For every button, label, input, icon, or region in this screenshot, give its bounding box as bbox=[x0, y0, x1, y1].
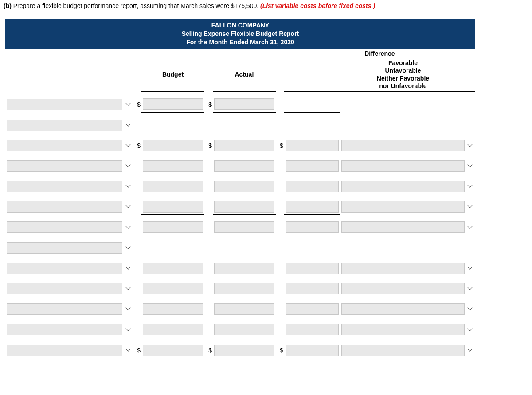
budget-input[interactable] bbox=[143, 263, 203, 274]
report-row bbox=[5, 302, 475, 317]
chevron-down-icon[interactable] bbox=[125, 244, 132, 250]
chevron-down-icon[interactable] bbox=[125, 142, 132, 148]
description-input[interactable] bbox=[7, 303, 122, 315]
actual-input[interactable] bbox=[214, 303, 274, 315]
favorable-select[interactable] bbox=[341, 324, 465, 335]
chevron-down-icon[interactable] bbox=[125, 264, 132, 271]
report-row: $$ bbox=[5, 97, 475, 112]
difference-input[interactable] bbox=[286, 263, 339, 274]
description-input[interactable] bbox=[7, 242, 122, 254]
chevron-down-icon[interactable] bbox=[125, 121, 132, 128]
description-input[interactable] bbox=[7, 324, 122, 335]
difference-input[interactable] bbox=[286, 160, 339, 172]
report-row bbox=[5, 322, 475, 337]
chevron-down-icon[interactable] bbox=[467, 326, 473, 332]
budget-report-table: FALLON COMPANY Selling Expense Flexible … bbox=[5, 19, 475, 363]
report-row bbox=[5, 220, 475, 235]
difference-input[interactable] bbox=[286, 283, 339, 294]
report-row bbox=[5, 179, 475, 194]
chevron-down-icon[interactable] bbox=[125, 162, 132, 168]
chevron-down-icon[interactable] bbox=[467, 346, 473, 352]
actual-input[interactable] bbox=[214, 160, 274, 172]
favorable-select[interactable] bbox=[341, 303, 465, 315]
currency-symbol: $ bbox=[204, 343, 213, 358]
chevron-down-icon[interactable] bbox=[125, 285, 132, 291]
actual-input[interactable] bbox=[214, 201, 274, 213]
chevron-down-icon[interactable] bbox=[467, 182, 473, 189]
report-row bbox=[5, 240, 475, 256]
actual-input[interactable] bbox=[214, 345, 274, 356]
chevron-down-icon[interactable] bbox=[467, 224, 473, 230]
favorable-header: Favorable Unfavorable Neither Favorable … bbox=[340, 58, 466, 91]
chevron-down-icon[interactable] bbox=[467, 305, 473, 311]
budget-header: Budget bbox=[141, 58, 204, 91]
actual-input[interactable] bbox=[214, 221, 274, 233]
description-input[interactable] bbox=[7, 120, 122, 131]
budget-input[interactable] bbox=[143, 181, 203, 192]
description-input[interactable] bbox=[7, 283, 122, 294]
currency-symbol: $ bbox=[133, 343, 141, 358]
actual-input[interactable] bbox=[214, 140, 274, 151]
report-row bbox=[5, 199, 475, 215]
actual-input[interactable] bbox=[214, 283, 274, 294]
budget-input[interactable] bbox=[143, 324, 203, 335]
budget-input[interactable] bbox=[143, 140, 203, 151]
difference-input[interactable] bbox=[286, 303, 339, 315]
description-input[interactable] bbox=[7, 221, 122, 233]
chevron-down-icon[interactable] bbox=[125, 224, 132, 230]
chevron-down-icon[interactable] bbox=[125, 203, 132, 209]
description-input[interactable] bbox=[7, 263, 122, 274]
chevron-down-icon[interactable] bbox=[125, 346, 132, 352]
favorable-select[interactable] bbox=[341, 263, 465, 274]
budget-input[interactable] bbox=[143, 98, 203, 110]
favorable-select[interactable] bbox=[341, 140, 465, 151]
actual-input[interactable] bbox=[214, 98, 274, 110]
chevron-down-icon[interactable] bbox=[125, 182, 132, 189]
question-label: (b) bbox=[4, 2, 12, 9]
actual-input[interactable] bbox=[214, 263, 274, 274]
chevron-down-icon[interactable] bbox=[125, 101, 132, 107]
difference-input[interactable] bbox=[286, 324, 339, 335]
description-input[interactable] bbox=[7, 99, 122, 110]
currency-symbol: $ bbox=[133, 97, 141, 112]
report-period: For the Month Ended March 31, 2020 bbox=[5, 38, 475, 46]
description-input[interactable] bbox=[7, 140, 122, 151]
chevron-down-icon[interactable] bbox=[467, 162, 473, 168]
chevron-down-icon[interactable] bbox=[467, 285, 473, 291]
favorable-select[interactable] bbox=[341, 181, 465, 192]
difference-input[interactable] bbox=[286, 221, 339, 233]
report-title: Selling Expense Flexible Budget Report bbox=[5, 30, 475, 38]
favorable-select[interactable] bbox=[341, 160, 465, 172]
currency-symbol: $ bbox=[133, 138, 141, 153]
favorable-select[interactable] bbox=[341, 283, 465, 294]
favorable-select[interactable] bbox=[341, 221, 465, 233]
actual-input[interactable] bbox=[214, 324, 274, 335]
difference-input[interactable] bbox=[286, 140, 339, 151]
report-company: FALLON COMPANY bbox=[5, 21, 475, 30]
difference-input[interactable] bbox=[286, 181, 339, 192]
budget-input[interactable] bbox=[143, 303, 203, 315]
chevron-down-icon[interactable] bbox=[467, 264, 473, 271]
difference-input[interactable] bbox=[286, 345, 339, 356]
chevron-down-icon[interactable] bbox=[125, 326, 132, 332]
description-input[interactable] bbox=[7, 345, 122, 356]
report-title-banner: FALLON COMPANY Selling Expense Flexible … bbox=[5, 19, 475, 49]
description-input[interactable] bbox=[7, 160, 122, 172]
difference-input[interactable] bbox=[286, 201, 339, 213]
favorable-select[interactable] bbox=[341, 345, 465, 356]
budget-input[interactable] bbox=[143, 283, 203, 294]
currency-symbol: $ bbox=[204, 138, 213, 153]
budget-input[interactable] bbox=[143, 201, 203, 213]
chevron-down-icon[interactable] bbox=[125, 305, 132, 311]
favorable-select[interactable] bbox=[341, 201, 465, 213]
budget-input[interactable] bbox=[143, 221, 203, 233]
description-input[interactable] bbox=[7, 181, 122, 192]
description-input[interactable] bbox=[7, 201, 122, 213]
budget-input[interactable] bbox=[143, 160, 203, 172]
question-prompt: (b) Prepare a flexible budget performanc… bbox=[0, 0, 532, 13]
actual-input[interactable] bbox=[214, 181, 274, 192]
chevron-down-icon[interactable] bbox=[467, 142, 473, 148]
chevron-down-icon[interactable] bbox=[467, 203, 473, 209]
budget-input[interactable] bbox=[143, 345, 203, 356]
currency-symbol: $ bbox=[276, 343, 284, 358]
